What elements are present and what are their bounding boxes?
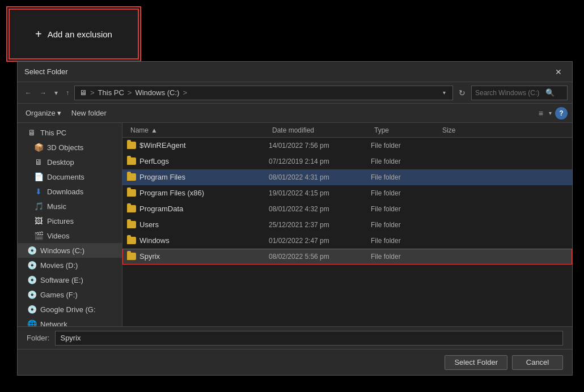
music-icon: 🎵 <box>33 202 44 211</box>
file-row-program-files[interactable]: Program Files 08/01/2022 4:31 pm File fo… <box>122 169 572 185</box>
sidebar-item-desktop[interactable]: 🖥 Desktop <box>18 155 122 169</box>
sidebar-item-movies-d[interactable]: 💿 Movies (D:) <box>18 258 122 272</box>
folder-icon-program-files-x86 <box>127 189 136 197</box>
add-exclusion-button[interactable]: + Add an exclusion <box>9 8 139 59</box>
col-type-label: Type <box>374 126 389 134</box>
back-button[interactable]: ← <box>22 87 35 99</box>
file-list-area: Name ▲ Date modified Type Size <box>122 123 572 326</box>
folder-input[interactable] <box>55 331 563 346</box>
add-exclusion-label: Add an exclusion <box>48 29 112 39</box>
new-folder-button[interactable]: New folder <box>68 107 110 119</box>
file-type-program-files: File folder <box>371 173 439 181</box>
3dobjects-icon: 📦 <box>33 143 44 152</box>
file-date-windows: 01/02/2022 2:47 pm <box>269 237 371 245</box>
refresh-button[interactable]: ↻ <box>455 87 469 99</box>
file-row-winreagent[interactable]: $WinREAgent 14/01/2022 7:56 pm File fold… <box>122 138 572 154</box>
file-name-perflogs: PerfLogs <box>139 157 169 165</box>
file-name-program-files-x86: Program Files (x86) <box>139 189 204 197</box>
forward-button[interactable]: → <box>37 87 49 99</box>
file-type-windows: File folder <box>371 237 439 245</box>
file-date-program-files-x86: 19/01/2022 4:15 pm <box>269 189 371 197</box>
search-icon[interactable]: 🔍 <box>545 88 555 97</box>
dropdown-nav-button[interactable]: ▾ <box>52 87 61 99</box>
file-row-windows[interactable]: Windows 01/02/2022 2:47 pm File folder <box>122 233 572 249</box>
select-folder-dialog: Select Folder ✕ ← → ▾ ↑ 🖥 > This PC > Wi… <box>17 61 573 376</box>
toolbar-right: ≡ ▾ ? <box>536 107 568 120</box>
col-name-sort-icon: ▲ <box>151 126 158 134</box>
sidebar-item-network[interactable]: 🌐 Network <box>18 317 122 326</box>
col-header-date[interactable]: Date modified <box>269 123 371 137</box>
sidebar-item-software-e[interactable]: 💿 Software (E:) <box>18 272 122 287</box>
action-buttons: Select Folder Cancel <box>18 349 572 375</box>
file-row-users[interactable]: Users 25/12/2021 2:37 pm File folder <box>122 217 572 233</box>
folder-icon-winreagent <box>127 142 136 149</box>
address-drive: Windows (C:) <box>135 88 179 97</box>
select-folder-button[interactable]: Select Folder <box>445 355 507 370</box>
sidebar-label-documents: Documents <box>47 173 117 181</box>
folder-icon-windows <box>127 237 136 244</box>
col-header-name[interactable]: Name ▲ <box>127 123 269 137</box>
file-list: $WinREAgent 14/01/2022 7:56 pm File fold… <box>122 138 572 326</box>
col-date-label: Date modified <box>272 126 314 134</box>
address-dropdown-button[interactable]: ▾ <box>441 90 448 96</box>
documents-icon: 📄 <box>33 172 44 181</box>
folder-icon-users <box>127 221 136 228</box>
sidebar-item-google-drive-g[interactable]: 💿 Google Drive (G: <box>18 302 122 317</box>
sidebar-item-downloads[interactable]: ⬇ Downloads <box>18 184 122 199</box>
up-button[interactable]: ↑ <box>63 87 72 99</box>
file-name-program-files: Program Files <box>139 173 185 181</box>
file-date-users: 25/12/2021 2:37 pm <box>269 221 371 229</box>
folder-icon-program-files <box>127 173 136 181</box>
sidebar-item-3dobjects[interactable]: 📦 3D Objects <box>18 140 122 155</box>
dialog-title: Select Folder <box>24 67 68 76</box>
dialog-titlebar: Select Folder ✕ <box>18 62 572 82</box>
sidebar-item-music[interactable]: 🎵 Music <box>18 199 122 214</box>
file-row-programdata[interactable]: ProgramData 08/01/2022 4:32 pm File fold… <box>122 201 572 217</box>
windows-c-icon: 💿 <box>27 246 37 255</box>
google-drive-g-icon: 💿 <box>27 305 37 314</box>
col-header-size[interactable]: Size <box>439 123 484 137</box>
home-icon: 🖥 <box>79 88 87 97</box>
sidebar-item-games-f[interactable]: 💿 Games (F:) <box>18 287 122 302</box>
help-button[interactable]: ? <box>555 107 568 120</box>
file-row-spyrix[interactable]: Spyrix 08/02/2022 5:56 pm File folder <box>122 249 572 265</box>
file-date-program-files: 08/01/2022 4:31 pm <box>269 173 371 181</box>
sidebar-label-thispc: This PC <box>40 129 117 137</box>
file-name-users: Users <box>139 220 159 229</box>
sidebar-label-pictures: Pictures <box>47 217 117 225</box>
file-row-perflogs[interactable]: PerfLogs 07/12/2019 2:14 pm File folder <box>122 154 572 169</box>
sidebar-item-windows-c[interactable]: 💿 Windows (C:) <box>18 243 122 258</box>
sidebar-item-pictures[interactable]: 🖼 Pictures <box>18 214 122 228</box>
address-separator-1: > <box>90 88 95 97</box>
address-separator-3: > <box>183 88 187 97</box>
col-header-type[interactable]: Type <box>371 123 439 137</box>
sidebar-label-3dobjects: 3D Objects <box>47 143 117 152</box>
toolbar: Organize ▾ New folder ≡ ▾ ? <box>18 104 572 123</box>
sidebar-label-music: Music <box>47 202 117 211</box>
address-separator-2: > <box>128 88 132 97</box>
movies-d-icon: 💿 <box>27 261 37 270</box>
cancel-button[interactable]: Cancel <box>512 355 563 370</box>
file-row-program-files-x86[interactable]: Program Files (x86) 19/01/2022 4:15 pm F… <box>122 185 572 201</box>
content-area: 🖥 This PC 📦 3D Objects 🖥 Desktop 📄 Docum… <box>18 123 572 326</box>
view-button[interactable]: ≡ <box>536 107 545 120</box>
sidebar-label-downloads: Downloads <box>47 188 117 196</box>
file-type-spyrix: File folder <box>371 253 439 261</box>
sidebar-item-thispc[interactable]: 🖥 This PC <box>18 125 122 140</box>
sidebar-label-games-f: Games (F:) <box>40 291 117 299</box>
plus-icon: + <box>35 28 42 41</box>
address-box[interactable]: 🖥 > This PC > Windows (C:) > ▾ <box>74 86 453 100</box>
organize-button[interactable]: Organize ▾ <box>22 107 65 119</box>
sidebar-item-documents[interactable]: 📄 Documents <box>18 169 122 184</box>
folder-icon-spyrix <box>127 253 136 260</box>
organize-dropdown-icon: ▾ <box>57 109 61 117</box>
close-button[interactable]: ✕ <box>552 65 565 79</box>
sidebar-label-videos: Videos <box>47 232 117 240</box>
software-e-icon: 💿 <box>27 275 37 284</box>
file-name-spyrix: Spyrix <box>139 252 160 261</box>
sidebar-item-videos[interactable]: 🎬 Videos <box>18 228 122 243</box>
view-dropdown-icon: ▾ <box>549 110 552 116</box>
search-input[interactable] <box>475 89 543 97</box>
folder-label: Folder: <box>27 334 49 342</box>
organize-label: Organize <box>26 109 56 117</box>
